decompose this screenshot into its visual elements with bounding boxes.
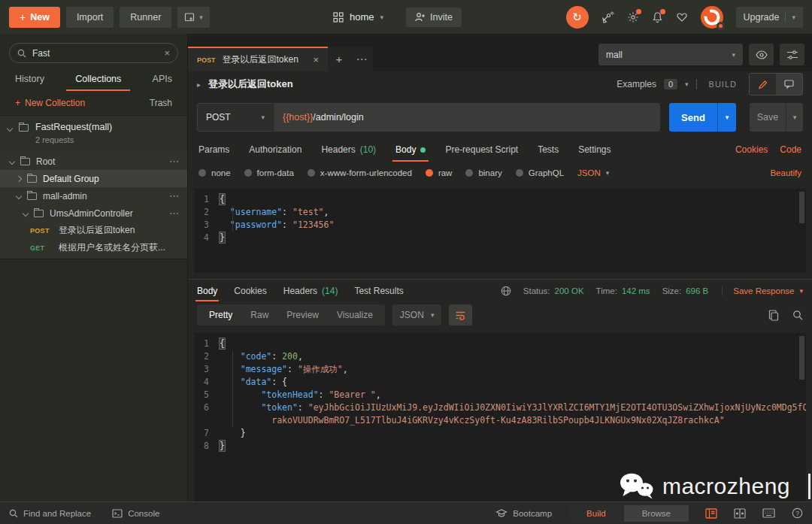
satellite-button[interactable] [601,11,614,23]
new-window-button[interactable]: ▾ [177,7,210,28]
cookies-link[interactable]: Cookies [735,144,768,155]
save-response-button[interactable]: Save Response ▾ [722,286,803,295]
request-tab-params[interactable]: Params [198,138,229,162]
workspace-switcher[interactable]: home ▾ [333,11,383,23]
request-tab-tests[interactable]: Tests [538,138,559,162]
body-mode-form-data[interactable]: form-data [244,168,294,177]
tab-collections[interactable]: Collections [75,74,121,91]
tree-item-umsadmincontroller[interactable]: UmsAdminController⋯ [0,204,187,222]
console-button[interactable]: Console [112,509,159,518]
comments-button[interactable] [776,74,802,95]
response-tab-body[interactable]: Body [197,280,217,301]
tab-options-button[interactable]: ⋯ [350,47,373,71]
request-tab-body[interactable]: Body [395,138,426,162]
send-button[interactable]: Send [669,103,717,132]
view-visualize[interactable]: Visualize [328,310,382,320]
new-collection-button[interactable]: +New Collection [15,98,85,108]
trash-button[interactable]: Trash [150,98,172,108]
graduation-cap-icon [495,508,508,518]
environment-preview-button[interactable] [749,44,774,65]
body-mode-graphql[interactable]: GraphQL [516,168,564,177]
chevron-down-icon[interactable] [7,126,13,132]
view-pretty[interactable]: Pretty [200,310,241,320]
sidebar-search-input[interactable]: Fast × [9,43,178,63]
view-raw[interactable]: Raw [241,310,277,320]
search-icon[interactable] [792,310,803,320]
response-tab-test-results[interactable]: Test Results [354,280,403,301]
changelog-panel-icon[interactable] [705,508,717,519]
response-tab-cookies[interactable]: Cookies [234,280,266,301]
two-pane-icon[interactable] [734,508,746,519]
invite-button[interactable]: Invite [406,8,462,27]
tree-item-mall-admin[interactable]: mall-admin⋯ [0,187,187,204]
request-tab-pre-request-script[interactable]: Pre-request Script [445,138,518,162]
tab-history[interactable]: History [15,74,44,91]
tree-item-item[interactable]: GET根据用户名或姓名分页获... [0,239,187,256]
response-tab-headers[interactable]: Headers(14) [283,280,338,301]
tree-item-default-group[interactable]: Default Group [0,170,187,187]
more-options-icon[interactable]: ⋯ [169,190,180,201]
close-tab-icon[interactable]: × [313,54,319,65]
new-button[interactable]: +New [9,7,60,28]
runner-button[interactable]: Runner [120,7,171,28]
new-tab-button[interactable]: + [328,47,350,71]
copy-icon[interactable] [768,310,779,321]
body-mode-binary[interactable]: binary [465,168,501,177]
chevron-down-icon[interactable] [23,210,29,216]
more-options-icon[interactable]: ⋯ [169,156,180,167]
more-options-icon[interactable]: ⋯ [169,207,180,219]
tab-apis[interactable]: APIs [153,74,172,91]
beautify-button[interactable]: Beautify [770,168,801,177]
avatar[interactable] [701,6,723,29]
send-options-button[interactable]: ▾ [717,103,736,132]
folder-icon [27,192,37,200]
sync-button[interactable]: ↻ [566,6,589,29]
open-request-tab[interactable]: POST 登录以后返回token × [188,47,328,71]
scrollbar[interactable] [799,192,804,223]
request-tab-headers[interactable]: Headers(10) [321,138,376,162]
bootcamp-button[interactable]: Bootcamp [495,508,552,518]
request-tab-authorization[interactable]: Authorization [249,138,301,162]
import-button[interactable]: Import [66,7,114,28]
body-mode-raw[interactable]: raw [426,168,453,177]
examples-label[interactable]: Examples [617,79,656,89]
body-mode-none[interactable]: none [198,168,231,177]
clear-search-icon[interactable]: × [164,47,170,59]
request-tab-settings[interactable]: Settings [578,138,611,162]
collection-name: FastRequest(mall) [35,122,112,132]
collection-header[interactable]: FastRequest(mall) 2 requests [0,115,187,150]
find-and-replace-button[interactable]: Find and Replace [9,509,91,518]
request-body-editor[interactable]: 1{2 "username": "test",3 "password": "12… [194,189,806,273]
expand-icon[interactable]: ▸ [197,80,201,89]
favorites-button[interactable] [676,11,688,23]
settings-button[interactable] [627,11,639,23]
code-link[interactable]: Code [780,144,801,155]
view-preview[interactable]: Preview [277,310,328,320]
build-toggle[interactable]: Build [568,505,624,522]
url-input[interactable]: {{host}} /admin/login [274,103,660,132]
upgrade-button[interactable]: Upgrade ▾ [736,7,803,28]
line-number: 3 [194,219,220,232]
response-format-select[interactable]: JSON ▾ [392,304,442,326]
tree-item-token[interactable]: POST登录以后返回token [0,222,187,239]
edit-mode-button[interactable] [750,74,776,95]
wrap-text-button[interactable] [449,304,472,326]
chevron-right-icon[interactable] [16,175,22,181]
help-icon[interactable]: ? [792,507,803,519]
chevron-down-icon[interactable] [9,158,15,164]
browse-toggle[interactable]: Browse [624,505,689,522]
sidebar-actions: +New Collection Trash [0,91,187,115]
mode-label: binary [478,168,501,177]
tree-item-root[interactable]: Root⋯ [0,153,187,170]
environment-select[interactable]: mall ▾ [598,44,743,65]
save-button[interactable]: Save [750,103,786,132]
content-type-select[interactable]: JSON ▾ [577,168,609,177]
keyboard-icon[interactable] [762,508,775,518]
scrollbar[interactable] [799,336,804,380]
method-select[interactable]: POST ▾ [197,103,274,132]
environment-settings-button[interactable] [780,44,804,65]
body-mode-x-www-form-urlencoded[interactable]: x-www-form-urlencoded [308,168,412,177]
notifications-button[interactable] [652,11,663,23]
chevron-down-icon[interactable] [16,192,22,198]
save-options-button[interactable]: ▾ [786,103,803,132]
